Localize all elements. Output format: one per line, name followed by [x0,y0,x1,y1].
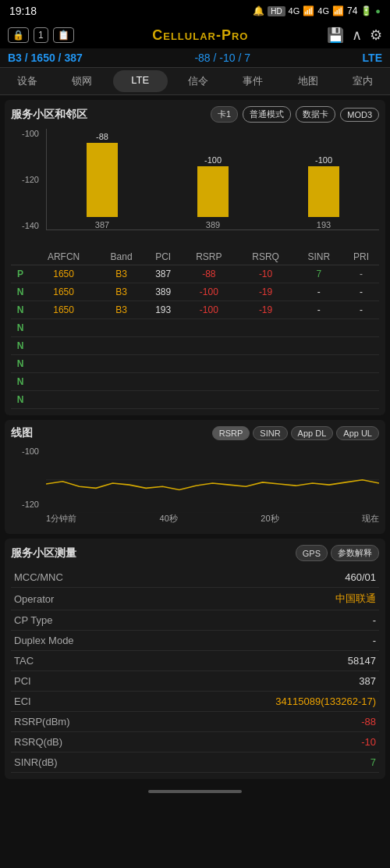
btn-app-dl[interactable]: App DL [291,426,334,440]
measurement-table: MCC/MNC 460/01 Operator 中国联通 CP Type - D… [11,567,379,773]
lock-icon[interactable]: 🔒 [8,27,29,43]
val-eci: 34115089(133262-17) [151,692,379,712]
mode-badge[interactable]: 普通模式 [243,106,291,123]
bar-value-1: -88 [96,132,108,141]
network-4g1: 4G [289,6,300,16]
card-badge[interactable]: 卡1 [211,106,238,123]
row-sinr-n1: - [295,283,343,301]
measurement-title: 服务小区测量 [11,546,296,560]
row-empty-4 [30,337,379,355]
row-rsrq-n1: -19 [237,283,295,301]
wave-icon[interactable]: ∧ [352,27,362,44]
tab-event[interactable]: 事件 [225,68,280,94]
btn-sinr[interactable]: SINR [253,426,287,440]
row-empty-6 [30,373,379,391]
tab-map[interactable]: 地图 [280,68,335,94]
th-sinr: SINR [295,249,343,265]
val-mccmnc: 460/01 [151,567,379,588]
status-bar: 19:18 🔔 HD 4G 📶 4G 📶 74 🔋 ● [0,0,390,22]
header-left: 🔒 1 📋 [8,27,74,43]
mute-icon: 🔔 [253,5,264,16]
signal-icon: 📶 [303,5,314,16]
row-band-n2: B3 [98,301,145,319]
info-row-rsrq: RSRQ(dB) -10 [11,732,379,752]
gps-button[interactable]: GPS [296,545,328,561]
val-pci: 387 [151,671,379,692]
val-cptype: - [151,610,379,631]
key-rsrp: RSRP(dBm) [11,712,151,732]
key-eci: ECI [11,692,151,712]
row-arfcn-p: 1650 [30,265,98,283]
th-pci: PCI [145,249,181,265]
btn-app-ul[interactable]: App UL [336,426,379,440]
tab-lte[interactable]: LTE [113,70,168,92]
bar-group-2: -100 389 [197,155,229,229]
save-icon[interactable]: 💾 [327,27,344,44]
badge-1[interactable]: 1 [34,27,48,43]
info-row-operator: Operator 中国联通 [11,588,379,610]
chart-btn-group: RSRP SINR App DL App UL [212,426,379,440]
bar-label-3: 193 [317,220,331,229]
th-rsrq: RSRQ [237,249,295,265]
tab-device[interactable]: 设备 [0,68,55,94]
row-band-p: B3 [98,265,145,283]
clipboard-icon[interactable]: 📋 [53,27,74,43]
mod-badge[interactable]: MOD3 [340,108,379,122]
row-rsrp-n1: -100 [181,283,236,301]
row-empty-3 [30,319,379,337]
signal-icon2: 📶 [332,5,344,16]
info-row-mccmnc: MCC/MNC 460/01 [11,567,379,588]
row-pci-p: 387 [145,265,181,283]
bar-value-2: -100 [204,155,222,165]
hd-badge: HD [268,6,285,16]
bar-2 [197,166,229,217]
home-indicator [148,790,242,793]
row-type-p: P [11,265,30,283]
tab-signal[interactable]: 信令 [171,68,225,94]
row-type-n2: N [11,301,30,319]
line-chart-section: 线图 RSRP SINR App DL App UL -100 -120 1分钟… [5,420,385,534]
tab-indoor[interactable]: 室内 [335,68,390,94]
info-row-pci: PCI 387 [11,671,379,692]
bar-3 [308,166,339,217]
bar-group-1: -88 387 [87,132,118,229]
val-sinr: 7 [151,752,379,773]
row-type-n6: N [11,373,30,391]
serving-cell-section: 服务小区和邻区 卡1 普通模式 数据卡 MOD3 -100 -120 -140 … [5,100,385,415]
info-row-sinr: SINR(dB) 7 [11,752,379,773]
y-label-bot: -140 [11,221,39,230]
signal-values: -88 / -10 / 7 [194,52,250,64]
x-label-1: 1分钟前 [46,513,76,525]
row-type-n5: N [11,355,30,373]
measurement-section: 服务小区测量 GPS 参数解释 MCC/MNC 460/01 Operator … [5,539,385,779]
chart-bars-container: -88 387 -100 389 -100 193 [46,129,379,230]
settings-icon[interactable]: ⚙ [370,27,382,44]
row-rsrq-n2: -19 [237,301,295,319]
app-title: Cellular-Pro [152,27,248,44]
info-row-duplex: Duplex Mode - [11,631,379,651]
row-arfcn-n2: 1650 [30,301,98,319]
param-button[interactable]: 参数解释 [331,545,379,561]
cell-info: B3 / 1650 / 387 [8,52,83,64]
th-type [11,249,30,265]
row-type-n3: N [11,319,30,337]
tab-locknet[interactable]: 锁网 [55,68,109,94]
serving-title: 服务小区和邻区 [11,108,206,122]
status-right: 🔔 HD 4G 📶 4G 📶 74 🔋 ● [253,5,381,16]
line-chart-svg [46,446,379,513]
bar-label-1: 387 [95,220,109,229]
val-operator: 中国联通 [151,588,379,610]
key-operator: Operator [11,588,151,610]
th-rsrp: RSRP [181,249,236,265]
key-tac: TAC [11,651,151,671]
row-empty-7 [30,391,379,409]
line-y-top: -100 [11,446,39,456]
key-duplex: Duplex Mode [11,631,151,651]
data-badge[interactable]: 数据卡 [296,106,335,123]
line-chart-title: 线图 [11,426,212,440]
info-bar: B3 / 1650 / 387 -88 / -10 / 7 LTE [0,48,390,68]
th-band: Band [98,249,145,265]
btn-rsrp[interactable]: RSRP [212,426,250,440]
chart-y-axis: -100 -120 -140 [11,129,42,230]
table-header-row: ARFCN Band PCI RSRP RSRQ SINR PRI [11,249,379,265]
